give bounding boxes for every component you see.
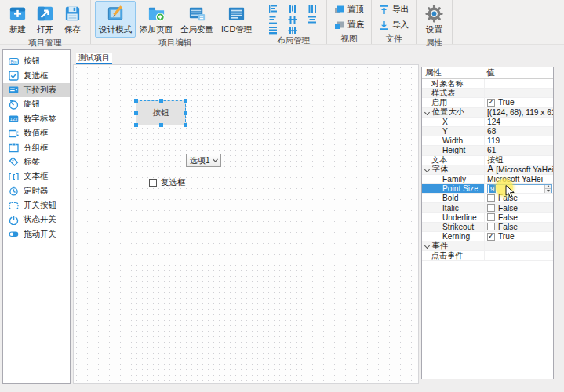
property-row-font[interactable]: 字体A[Microsoft YaHei, 9] [422,165,553,175]
palette-item-digit-label[interactable]: 123数字标签 [3,112,70,126]
resize-handle[interactable] [134,111,138,115]
property-value[interactable]: 68 [484,127,553,136]
property-row-width[interactable]: Width119 [422,136,553,146]
toolbar-button-distribute-h[interactable] [264,25,282,35]
palette-item-timer[interactable]: 定时器 [3,184,70,198]
property-row-bold[interactable]: BoldFalse [422,194,553,203]
toolbar-button-new[interactable]: 新建 [4,1,31,38]
design-canvas[interactable]: 按钮 选项1 复选框 [73,64,419,384]
property-value[interactable]: False [484,203,553,212]
palette-item-toggle-button[interactable]: 开关按钮 [3,198,70,212]
export-icon [379,5,389,15]
toolbar-button-align-bottom[interactable] [304,14,321,24]
property-value[interactable] [484,251,553,260]
property-row-point-size[interactable]: Point Size9 [422,184,553,194]
toolbar-button-settings[interactable]: 设置 [420,1,448,38]
toolbar-button-import[interactable]: 导入 [376,18,412,32]
toolbar-button-open[interactable]: 打开 [31,1,59,38]
unchecked-checkbox-icon[interactable] [487,223,495,230]
property-value[interactable]: False [484,223,553,231]
resize-handle[interactable] [134,123,138,127]
toolbar-button-align-hcenter[interactable] [284,14,301,24]
palette-item-text-box[interactable]: 文本框 [3,169,70,183]
bool-value-text: False [498,204,518,212]
spin-down-button[interactable] [545,189,551,193]
property-value[interactable] [484,89,553,97]
toolbar-button-design-mode[interactable]: 设计模式 [95,1,136,38]
property-row-x[interactable]: X124 [422,118,553,127]
palette-item-value-box[interactable]: 数值框 [3,126,70,140]
property-value[interactable]: 9 [484,184,553,193]
resize-handle[interactable] [184,111,187,115]
resize-handle[interactable] [134,99,138,103]
property-row-object-name[interactable]: 对象名称 [422,79,553,89]
property-row-italic[interactable]: ItalicFalse [422,203,553,212]
property-value[interactable] [484,241,553,250]
toolbar-button-align-right[interactable] [304,3,321,13]
property-value[interactable]: A[Microsoft YaHei, 9] [484,165,553,174]
property-value[interactable]: Microsoft YaHei [484,175,553,183]
toolbar-button-send-back[interactable]: 置底 [331,18,367,32]
property-value[interactable]: 61 [484,146,553,154]
property-row-enabled[interactable]: 启用True [422,98,553,107]
checked-checkbox-icon[interactable] [487,99,495,107]
point-size-spinbox[interactable]: 9 [487,184,552,193]
canvas-dropdown-widget[interactable]: 选项1 [186,154,221,167]
canvas-button-widget[interactable]: 按钮 [136,100,186,125]
unchecked-checkbox-icon[interactable] [487,204,495,212]
resize-handle[interactable] [184,99,187,103]
toolbar-button-global-var[interactable]: 全局变量 [176,1,217,38]
collapse-chevron-icon[interactable] [424,243,430,249]
property-row-geometry[interactable]: 位置大小[(124, 68), 119 x 61] [422,108,553,118]
unchecked-checkbox-icon[interactable] [487,213,495,221]
resize-handle[interactable] [159,123,163,127]
property-row-y[interactable]: Y68 [422,127,553,136]
property-value[interactable] [484,79,553,88]
palette-item-drag-switch[interactable]: 拖动开关 [3,227,70,241]
collapse-chevron-icon[interactable] [424,110,430,115]
resize-handle[interactable] [159,99,163,103]
property-row-family[interactable]: FamilyMicrosoft YaHei [422,175,553,184]
property-value[interactable]: 124 [484,118,553,126]
palette-item-button[interactable]: Btn按钮 [3,54,70,68]
property-value[interactable]: [(124, 68), 119 x 61] [484,108,553,117]
property-value[interactable]: False [484,194,553,202]
toolbar-button-align-vcenter[interactable] [284,3,301,13]
tab-test-project[interactable]: 测试项目 [76,53,112,64]
unchecked-checkbox-icon[interactable] [487,194,495,202]
toolbar-group-file: 导出导入文件 [372,0,417,44]
property-value[interactable]: True [484,98,553,107]
property-row-height[interactable]: Height61 [422,146,553,155]
palette-item-label[interactable]: 标签 [3,155,70,169]
property-value[interactable]: True [484,232,553,241]
property-row-click-event[interactable]: 点击事件 [422,251,553,260]
property-row-underline[interactable]: UnderlineFalse [422,213,553,223]
toolbar-button-bring-front[interactable]: 置顶 [331,2,367,16]
palette-item-state-switch[interactable]: 状态开关 [3,212,70,227]
property-value[interactable]: 119 [484,136,553,145]
checked-checkbox-icon[interactable] [487,233,495,241]
property-name: Underline [442,213,477,222]
toolbar-button-label: 新建 [9,24,26,35]
property-row-text[interactable]: 文本按钮 [422,156,553,165]
toolbar-button-icd-manage[interactable]: ICD管理 [217,1,256,38]
palette-item-knob[interactable]: 旋钮 [3,97,70,111]
toolbar-button-align-top[interactable] [264,14,282,24]
toolbar-button-export[interactable]: 导出 [376,2,412,16]
palette-item-group-box[interactable]: 分组框 [3,140,70,154]
toolbar-button-align-left[interactable] [264,3,282,13]
toolbar-button-save[interactable]: 保存 [59,1,86,38]
toolbar-button-distribute-v[interactable] [284,25,301,35]
palette-item-checkbox[interactable]: 复选框 [3,68,70,82]
toolbar-button-add-page[interactable]: 添加页面 [136,1,176,38]
property-row-kerning[interactable]: KerningTrue [422,232,553,241]
property-row-stylesheet[interactable]: 样式表 [422,89,553,98]
property-value[interactable]: False [484,213,553,222]
property-value[interactable]: 按钮 [484,156,553,165]
property-row-strikeout[interactable]: StrikeoutFalse [422,223,553,232]
palette-item-dropdown[interactable]: 下拉列表 [3,83,70,97]
property-row-events[interactable]: 事件 [422,241,553,251]
collapse-chevron-icon[interactable] [424,167,430,172]
canvas-checkbox-widget[interactable]: 复选框 [149,177,186,188]
resize-handle[interactable] [184,123,187,127]
